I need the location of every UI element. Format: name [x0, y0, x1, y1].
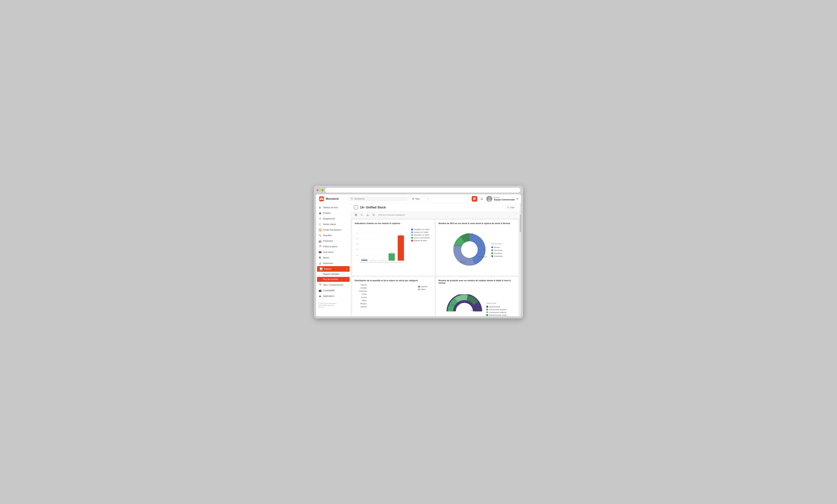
rapport-submenu: Rapport standard Tour de contrôle	[316, 272, 351, 282]
content-header: ← 1A- Unified Stock Litige	[351, 203, 520, 211]
sidebar-item-equipements[interactable]: ↺ Équipements ›	[316, 216, 351, 222]
svg-rect-12	[475, 199, 475, 199]
sidebar-label-achats-fournisseurs: Achats fournisseurs	[323, 229, 341, 231]
prets-icon: 📍	[318, 245, 322, 248]
version: v2.0.41	[318, 306, 348, 308]
bar-chart-svg: 1k 800 600 400 200 0	[355, 227, 409, 268]
svg-text:Normal turnover...: Normal turnover...	[470, 310, 480, 311]
sidebar-item-impression[interactable]: 🖨 Impression ›	[316, 261, 351, 266]
scrollbar[interactable]	[520, 203, 521, 316]
sidebar-item-produits[interactable]: ▣ Produits ›	[316, 210, 351, 216]
logo-icon	[319, 196, 324, 202]
svg-rect-50	[389, 254, 395, 261]
horizontal-bar-area: Figurine Goodies	[355, 284, 416, 316]
svg-rect-14	[475, 200, 475, 200]
page-title: 1A- Unified Stock	[360, 206, 503, 209]
svg-text:Expédition en retard: Expédition en retard	[360, 262, 369, 263]
svg-text:Overstock: Overstock	[453, 245, 461, 246]
sidebar-item-ventes-clients[interactable]: 🛒 Ventes clients ›	[316, 222, 351, 227]
svg-text:Out of stock: Out of stock	[479, 256, 487, 258]
chart4-legend-title: Etat du stock	[486, 302, 509, 304]
chart1-legend-2: Livraison en retard	[411, 231, 432, 233]
hbar-musique: Musique	[355, 303, 416, 305]
toolbar-btn-3[interactable]	[366, 212, 370, 217]
sidebar-item-sites-emplacements[interactable]: 📍 Sites / Emplacements ›	[316, 282, 351, 288]
sidebar-label-applications: Applications	[323, 295, 334, 297]
chart2-legend-3: Overstock	[492, 253, 504, 254]
maximize-dot[interactable]	[322, 189, 324, 191]
address-bar[interactable]	[325, 188, 520, 192]
sidebar-item-scan-direct[interactable]: 📟 Scan direct	[316, 249, 351, 255]
sidebar-item-requetes[interactable]: 🔍 Requêtes ›	[316, 233, 351, 238]
sidebar-item-prets-locations[interactable]: 📍 Prêts/Locations ›	[316, 244, 351, 249]
sidebar-sub-item-rapport-standard[interactable]: Rapport standard	[316, 272, 351, 277]
svg-rect-15	[475, 200, 476, 200]
qr-icon	[473, 198, 476, 200]
hbar-fiction: Fiction	[355, 293, 416, 295]
chevron-icon: ›	[348, 218, 348, 220]
sidebar-item-rapport[interactable]: 📊 Rapport ▾	[317, 266, 350, 272]
close-dot[interactable]	[317, 189, 318, 191]
chevron-icon: ›	[348, 284, 348, 286]
sites-icon: 📍	[318, 283, 322, 286]
user-name: Equipe Commerciale	[494, 199, 515, 201]
svg-text:880: 880	[400, 234, 402, 235]
hbar-figurine: Figurine	[355, 284, 416, 286]
toolbar-btn-4[interactable]	[371, 212, 376, 217]
sidebar-item-comptabilite[interactable]: 💼 Comptabilité ›	[316, 288, 351, 293]
svg-point-63	[462, 242, 477, 257]
location-chevron: ▼	[427, 198, 429, 200]
hamburger-menu[interactable]: ≡	[516, 197, 518, 201]
browser-bar	[316, 188, 521, 192]
chevron-icon: ›	[348, 235, 348, 237]
avatar-image	[486, 196, 492, 202]
svg-point-19	[488, 199, 491, 202]
toolbar-label: Sélection masquées appliquées	[378, 214, 405, 216]
charts-area: Indicateurs d'alerte sur les retards et …	[351, 218, 520, 316]
sidebar-item-stocks[interactable]: 🏗 Stocks ›	[316, 255, 351, 261]
litige-button[interactable]: Litige	[505, 205, 517, 209]
chevron-icon: ›	[348, 290, 348, 292]
bell-icon	[480, 198, 483, 200]
sidebar-item-applications[interactable]: ◆ Applications ›	[316, 293, 351, 299]
search-input[interactable]	[354, 198, 406, 200]
svg-rect-52	[398, 236, 404, 261]
svg-text:7: 7	[382, 259, 383, 260]
settings-icon	[372, 214, 375, 216]
chevron-icon: ›	[348, 262, 348, 264]
sidebar-label-requetes: Requêtes	[323, 234, 332, 237]
toolbar-btn-2[interactable]	[359, 212, 364, 217]
back-button[interactable]: ←	[354, 205, 358, 210]
app-window: Monstock Tous ▼	[316, 194, 521, 316]
svg-text:5: 5	[373, 259, 374, 260]
sidebar-label-equipements: Équipements	[323, 218, 335, 220]
location-dropdown[interactable]: Tous ▼	[410, 197, 431, 201]
content-area: ← 1A- Unified Stock Litige	[351, 203, 520, 316]
chart-title-2: Nombre de SKU en sur-stock & sous-stock …	[439, 222, 516, 225]
sidebar-item-achats-fournisseurs[interactable]: 🔁 Achats fournisseurs ›	[316, 227, 351, 233]
qr-button[interactable]	[472, 196, 477, 202]
toolbar-btn-1[interactable]	[354, 212, 358, 217]
sidebar-sub-item-tour-de-controle[interactable]: Tour de contrôle	[317, 277, 350, 282]
svg-text:200: 200	[356, 255, 358, 256]
chart2-legend-1: Normal	[492, 246, 504, 248]
svg-line-4	[352, 199, 353, 200]
notification-button[interactable]	[479, 196, 485, 202]
ventes-icon: 🛒	[318, 223, 322, 226]
sidebar-label-produits: Produits	[323, 212, 331, 214]
scrollbar-thumb[interactable]	[520, 215, 521, 232]
svg-text:Fast turnover products: Fast turnover products	[448, 304, 460, 306]
sidebar-item-tableau-de-bord[interactable]: ⊞ Tableau de bord ›	[316, 205, 351, 210]
svg-point-22	[508, 208, 508, 208]
sidebar-item-production[interactable]: 🏭 Production ›	[316, 238, 351, 244]
applications-icon: ◆	[318, 295, 322, 298]
production-icon: 🏭	[318, 240, 322, 242]
donut-chart-wrapper: Understock Overstock Out of stock Normal…	[439, 227, 516, 273]
hbar-album: Album	[355, 300, 416, 301]
svg-text:Réception en retard: Réception en retard	[378, 262, 387, 263]
minimize-dot[interactable]	[319, 189, 321, 191]
svg-rect-11	[474, 199, 474, 200]
search-container	[349, 197, 408, 201]
svg-rect-10	[475, 198, 475, 198]
stocks-icon: 🏗	[318, 256, 322, 259]
